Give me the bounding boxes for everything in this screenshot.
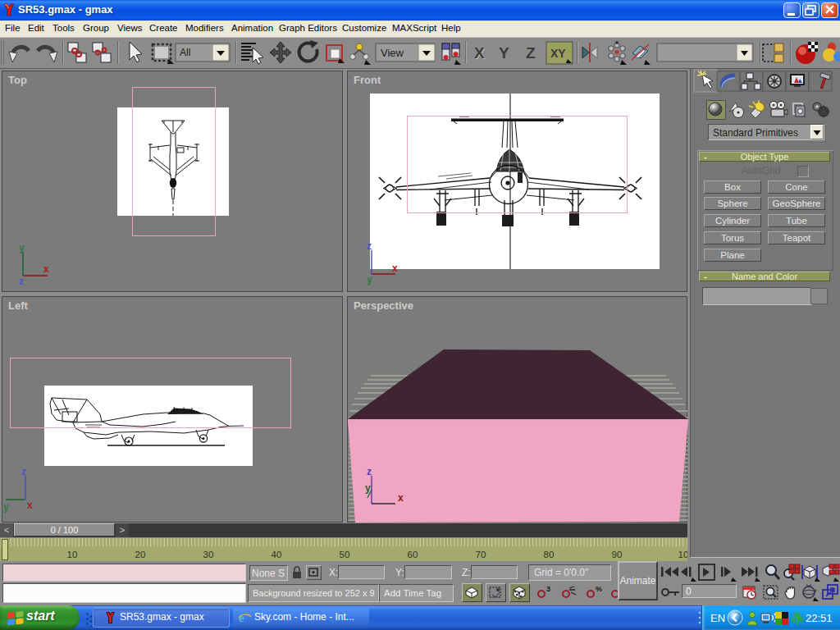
svg-text:60: 60 [408,550,418,559]
svg-text:Y: Y [499,44,509,62]
svg-text:10: 10 [67,550,78,559]
svg-text:20: 20 [135,550,146,559]
svg-text:y: y [3,501,9,513]
svg-text:x: x [398,492,404,504]
svg-text:X: X [474,44,485,62]
svg-text:90: 90 [612,550,623,559]
svg-text:y: y [19,244,25,253]
svg-text:View: View [381,47,404,59]
svg-text:z: z [367,466,372,477]
svg-text:y: y [367,274,372,285]
svg-text:All: All [180,47,190,58]
svg-text:30: 30 [203,550,214,559]
svg-text:y: y [365,482,371,494]
svg-text:10: 10 [678,550,687,559]
svg-text:XY: XY [550,47,566,60]
svg-text:e: e [239,611,244,624]
svg-text:z: z [367,240,372,252]
svg-text:x: x [27,500,33,511]
svg-text:80: 80 [544,550,555,559]
svg-text:z: z [21,466,26,477]
svg-text:x: x [392,262,398,274]
svg-text:%: % [596,585,602,593]
svg-text:z: z [19,276,24,287]
svg-text:40: 40 [272,550,282,559]
svg-text:Z: Z [526,44,536,62]
svg-text:70: 70 [476,550,486,559]
svg-text:x: x [43,263,49,275]
svg-text:50: 50 [340,550,350,559]
svg-text:3: 3 [546,585,550,593]
